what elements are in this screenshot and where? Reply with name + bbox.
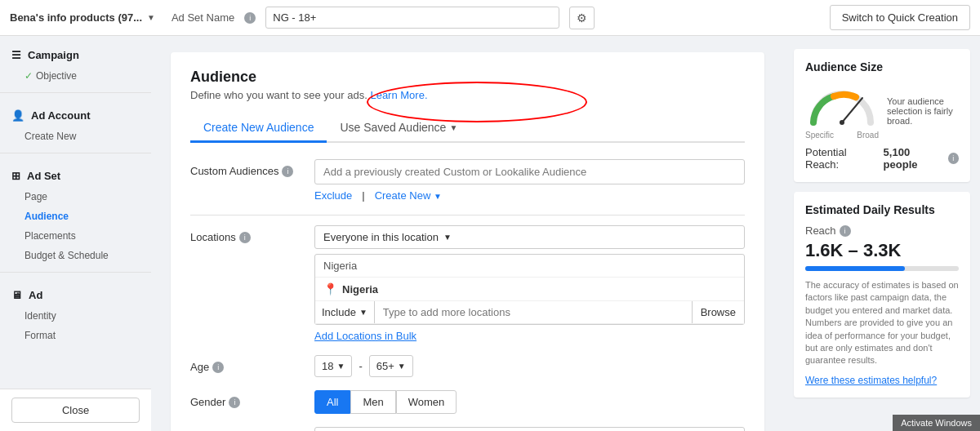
- potential-reach: Potential Reach: 5,100 people i: [805, 146, 959, 171]
- check-icon: ✓: [24, 70, 33, 82]
- reach-range: 1.6K – 3.3K: [805, 240, 959, 261]
- create-new-link[interactable]: Create New ▼: [375, 189, 442, 202]
- age-control: 18 ▼ - 65+ ▼: [314, 355, 745, 377]
- location-dropdown[interactable]: Everyone in this location ▼: [314, 225, 745, 249]
- sidebar: ☰ Campaign ✓ Objective 👤 Ad Account Crea…: [0, 36, 151, 431]
- sidebar-ad-header[interactable]: 🖥 Ad: [0, 284, 151, 306]
- ad-set-label: Ad Set Name: [172, 11, 234, 24]
- tab-use-saved-audience[interactable]: Use Saved Audience ▼: [327, 114, 470, 143]
- daily-results-title: Estimated Daily Results: [805, 203, 959, 216]
- gauge-specific-label: Specific: [805, 131, 834, 140]
- languages-control: [314, 427, 745, 431]
- learn-more-link[interactable]: Learn More.: [370, 89, 427, 101]
- location-search-result: Nigeria: [315, 255, 744, 278]
- chevron-down-icon: ▼: [443, 233, 452, 242]
- gauge-chart: [805, 82, 879, 127]
- exclude-link[interactable]: Exclude: [314, 189, 352, 202]
- info-icon[interactable]: i: [229, 397, 240, 408]
- include-select[interactable]: Include ▼: [315, 301, 375, 323]
- age-row: Age i 18 ▼ - 65+ ▼: [190, 355, 745, 377]
- gauge-labels: Specific Broad: [805, 131, 879, 140]
- locations-row: Locations i Everyone in this location ▼ …: [190, 225, 745, 342]
- activate-windows-notice: Activate Windows: [893, 415, 980, 431]
- age-min-select[interactable]: 18 ▼: [314, 355, 352, 377]
- gauge-wrap: Specific Broad: [805, 82, 879, 140]
- sidebar-item-audience[interactable]: Audience: [0, 207, 151, 226]
- gender-women-button[interactable]: Women: [396, 390, 457, 414]
- chevron-down-icon: ▼: [434, 192, 442, 201]
- chevron-down-icon: ▼: [449, 123, 457, 132]
- gear-button[interactable]: ⚙: [569, 7, 595, 29]
- info-icon[interactable]: i: [948, 153, 959, 164]
- audience-card: Audience Define who you want to see your…: [171, 52, 764, 431]
- sidebar-ad-account-label: Ad Account: [31, 109, 90, 122]
- reach-bar-fill: [805, 266, 905, 271]
- sidebar-ad-set-header[interactable]: ⊞ Ad Set: [0, 165, 151, 187]
- content-area: Audience Define who you want to see your…: [151, 36, 784, 431]
- sidebar-ad-account-header[interactable]: 👤 Ad Account: [0, 104, 151, 127]
- location-search-row: Include ▼ Browse: [315, 301, 744, 324]
- custom-audiences-control: Exclude | Create New ▼: [314, 159, 745, 202]
- languages-label: Languages i: [190, 427, 305, 431]
- location-type-input[interactable]: [375, 301, 692, 323]
- account-name: Bena's info products (97...: [10, 11, 142, 24]
- disclaimer-text: The accuracy of estimates is based on fa…: [805, 279, 959, 367]
- sidebar-item-format[interactable]: Format: [0, 326, 151, 345]
- locations-label: Locations i: [190, 225, 305, 243]
- age-max-select[interactable]: 65+ ▼: [369, 355, 413, 377]
- sidebar-campaign-label: Campaign: [28, 49, 79, 61]
- custom-audiences-label: Custom Audiences i: [190, 159, 305, 177]
- gauge-broad-label: Broad: [857, 131, 879, 140]
- audience-actions: Exclude | Create New ▼: [314, 189, 745, 202]
- reach-label-row: Reach i: [805, 224, 959, 237]
- ad-account-icon: 👤: [11, 109, 24, 122]
- info-icon[interactable]: i: [840, 225, 851, 237]
- gender-control: All Men Women: [314, 390, 745, 414]
- sidebar-item-identity[interactable]: Identity: [0, 306, 151, 326]
- sidebar-item-budget-schedule[interactable]: Budget & Schedule: [0, 246, 151, 265]
- sidebar-campaign-header[interactable]: ☰ Campaign: [0, 44, 151, 66]
- tab-create-label: Create New Audience: [203, 121, 314, 134]
- gender-all-button[interactable]: All: [314, 390, 350, 414]
- sidebar-item-page[interactable]: Page: [0, 187, 151, 207]
- svg-line-0: [842, 98, 862, 122]
- sidebar-item-objective[interactable]: ✓ Objective: [0, 66, 151, 86]
- info-icon[interactable]: i: [282, 166, 293, 177]
- ad-set-name-input[interactable]: [265, 7, 559, 29]
- gender-men-button[interactable]: Men: [350, 390, 395, 414]
- sidebar-format-label: Format: [24, 330, 56, 341]
- account-selector[interactable]: Bena's info products (97... ▼: [10, 11, 155, 24]
- info-icon[interactable]: i: [239, 232, 251, 243]
- ad-icon: 🖥: [11, 289, 22, 301]
- age-label: Age i: [190, 355, 305, 373]
- ad-set-icon: ⊞: [11, 170, 20, 182]
- browse-button[interactable]: Browse: [692, 301, 744, 323]
- sidebar-page-label: Page: [24, 191, 47, 202]
- svg-point-1: [840, 120, 844, 125]
- sidebar-item-placements[interactable]: Placements: [0, 226, 151, 246]
- helpful-link[interactable]: Were these estimates helpful?: [805, 375, 937, 386]
- audience-subtitle-text: Define who you want to see your ads.: [190, 89, 368, 101]
- audience-subtitle: Define who you want to see your ads. Lea…: [190, 89, 745, 101]
- info-icon[interactable]: i: [212, 362, 224, 373]
- custom-audience-input[interactable]: [314, 159, 745, 184]
- tab-create-new-audience[interactable]: Create New Audience: [190, 114, 327, 143]
- reach-bar-background: [805, 266, 959, 271]
- close-button[interactable]: Close: [11, 398, 140, 423]
- add-locations-bulk-link[interactable]: Add Locations in Bulk: [314, 330, 745, 342]
- location-selected: 📍 Nigeria: [315, 278, 744, 301]
- close-button-wrap: Close: [0, 389, 151, 431]
- age-range-separator: -: [359, 360, 362, 372]
- location-pin-icon: 📍: [323, 282, 337, 295]
- audience-size-card: Audience Size Specific: [794, 49, 970, 182]
- top-bar: Bena's info products (97... ▼ Ad Set Nam…: [0, 0, 980, 36]
- sidebar-item-create-new-account[interactable]: Create New: [0, 127, 151, 146]
- switch-to-quick-creation-button[interactable]: Switch to Quick Creation: [830, 5, 970, 30]
- chevron-down-icon: ▼: [359, 308, 368, 317]
- sidebar-create-new-label: Create New: [24, 131, 76, 142]
- custom-audiences-row: Custom Audiences i Exclude | Create New …: [190, 159, 745, 202]
- tab-saved-label: Use Saved Audience: [340, 121, 446, 134]
- audience-size-title: Audience Size: [805, 60, 959, 73]
- languages-input[interactable]: [314, 427, 745, 431]
- audience-title: Audience: [190, 69, 745, 86]
